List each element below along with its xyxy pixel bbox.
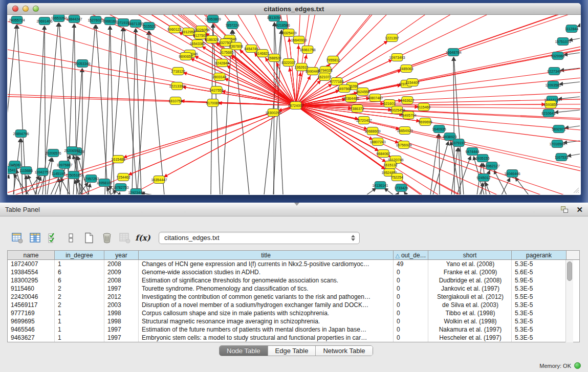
graph-node[interactable]: 12923448 [128,189,144,195]
graph-node[interactable]: 13942757 [34,168,50,176]
graph-node[interactable]: 9699695 [418,118,432,126]
graph-node[interactable]: 6379197 [451,139,465,147]
graph-node[interactable]: 20053346 [74,60,90,68]
table-row[interactable]: 1830029562008Estimation of significance … [8,276,579,285]
splitter-handle-icon[interactable] [294,203,299,206]
graph-node[interactable]: 1167533 [555,154,569,161]
graph-node[interactable]: 8990448 [306,68,319,75]
graph-node[interactable]: 14136141 [372,182,388,189]
graph-node[interactable]: 7857224 [225,21,239,29]
graph-node[interactable]: 9474444 [465,148,479,156]
graph-node[interactable]: 8210643 [541,110,555,117]
float-panel-icon[interactable] [561,206,569,213]
graph-node[interactable]: 7515526 [142,23,156,30]
graph-node[interactable]: 8322037 [281,59,295,67]
graph-node[interactable]: 9245012 [476,174,490,182]
graph-node[interactable]: 10975887 [56,161,72,169]
graph-node[interactable]: 7386372 [350,105,364,113]
graph-node[interactable]: 9890657 [179,53,192,60]
function-builder-icon[interactable]: f(x) [136,231,150,245]
graph-node[interactable]: 1588520 [267,54,281,62]
tab-network-table[interactable]: Network Table [316,346,372,356]
new-table-icon[interactable] [82,231,96,245]
table-row[interactable]: 946362711997Embryonic stem cells: a mode… [8,334,579,342]
graph-node[interactable]: 24055724 [9,16,25,24]
graph-node[interactable]: 3624554 [356,88,369,96]
graph-node[interactable]: 20894796 [13,130,29,138]
table-header-row[interactable]: namein_degreeyeartitle△out_de…shortpager… [8,251,579,260]
graph-node[interactable]: 9227349 [547,68,561,75]
table-body[interactable]: 1872400712008Changes of HCN gene express… [8,260,579,342]
citation-network-graph[interactable]: 2405572420691406106532671384424715276021… [8,15,580,194]
graph-node[interactable]: 7485063 [399,65,413,73]
graph-node[interactable]: 20364486 [343,95,359,102]
graph-node[interactable]: 9777169 [330,78,343,85]
delete-table-icon[interactable] [100,231,114,245]
graph-node[interactable]: 25206597 [64,147,80,155]
graph-node[interactable]: 1733426 [394,184,408,192]
graph-node[interactable]: 2935155 [475,155,489,162]
graph-node[interactable]: 1640935 [432,125,446,133]
graph-node[interactable]: 16782753 [113,184,128,191]
graph-node[interactable]: 15751074 [555,38,571,46]
graph-node[interactable]: 16640910 [291,36,307,44]
graph-node[interactable]: 10653267 [51,15,67,22]
graph-node[interactable]: 12213393 [169,82,185,90]
column-header-year[interactable]: year [104,251,139,259]
graph-node[interactable]: 2718120 [171,68,185,75]
graph-node[interactable]: 8186328 [205,36,219,43]
graph-node[interactable]: 8813054 [267,15,281,21]
close-panel-icon[interactable]: ✕ [576,206,583,213]
table-row[interactable]: 1872400712008Changes of HCN gene express… [8,260,579,268]
graph-node[interactable]: 1145194 [52,170,66,178]
table-selector-dropdown[interactable]: citations_edges.txt [159,232,360,244]
graph-node[interactable]: 9242844 [215,59,229,67]
graph-node[interactable]: 13844247 [66,15,82,23]
graph-node[interactable]: 16654923 [397,127,412,135]
close-window-button[interactable] [12,6,18,12]
graph-node[interactable]: 10807487 [367,94,383,102]
graph-node[interactable]: 16046446 [504,170,520,178]
table-row[interactable]: 1938455462009Genome-wide association stu… [8,268,579,276]
graph-node[interactable]: 13325419 [280,29,296,37]
graph-node[interactable]: 3915413 [8,166,18,174]
graph-node[interactable]: 16648784 [445,49,461,56]
graph-node[interactable]: 17016504 [549,140,565,148]
network-canvas[interactable]: 2405572420691406106532671384424715276021… [8,15,580,194]
graph-node[interactable]: 9684067 [376,150,390,158]
graph-node[interactable]: 1221397 [385,34,399,42]
column-header-in_degree[interactable]: in_degree [55,251,104,259]
graph-node[interactable]: 12505185 [66,171,81,179]
graph-node[interactable]: 16961758 [299,46,315,54]
window-titlebar[interactable]: citations_edges.txt [7,3,581,15]
column-header-name[interactable]: name [8,251,55,259]
graph-node[interactable]: 1810754 [168,97,182,105]
graph-node[interactable]: 9427552 [209,86,223,94]
graph-node[interactable]: 1615488 [111,156,125,163]
graph-node[interactable]: 2803144 [212,73,226,81]
graph-node[interactable]: 16053809 [205,15,221,23]
graph-node[interactable]: 7254462 [116,173,130,181]
column-header-pagerank[interactable]: pagerank [512,251,567,259]
graph-node[interactable]: 16354447 [151,176,167,184]
table-row[interactable]: 946554611997Estimation of the future num… [8,325,579,334]
graph-node[interactable]: 10973493 [389,54,405,61]
graph-node[interactable]: 18724007 [288,102,303,110]
graph-node[interactable]: 18300295 [265,109,281,117]
graph-node[interactable]: 12093582 [545,81,561,89]
tab-node-table[interactable]: Node Table [220,346,268,356]
graph-node[interactable]: 7955812 [326,56,340,64]
graph-node[interactable]: 10962127 [484,162,499,170]
graph-node[interactable]: 20206576 [45,149,61,157]
scrollbar-thumb[interactable] [567,261,572,281]
graph-node[interactable]: 1593855 [543,101,557,108]
graph-node[interactable]: 9170081 [206,99,220,107]
table-row[interactable]: 911546021997Tourette syndrome. Phenomeno… [8,285,579,293]
graph-node[interactable]: 9115460 [417,103,431,111]
graph-node[interactable]: 15276021 [88,16,103,24]
graph-node[interactable]: 10688609 [364,127,380,135]
table-row[interactable]: 2242004622012Investigating the contribut… [8,293,579,301]
zoom-window-button[interactable] [33,6,39,12]
graph-node[interactable]: 9329966 [551,52,564,60]
graph-node[interactable]: 9463627 [400,97,414,104]
